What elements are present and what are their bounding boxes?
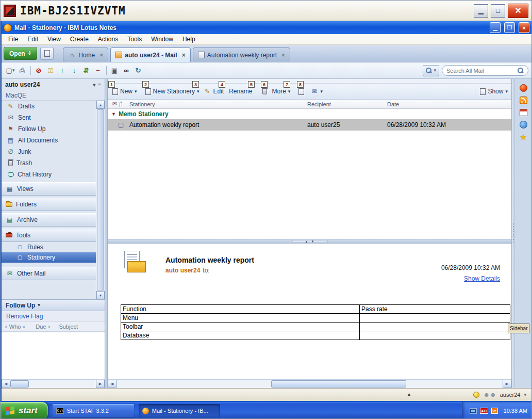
menu-tools[interactable]: Tools xyxy=(123,35,146,44)
scroll-up-icon[interactable]: ▲ xyxy=(96,101,105,109)
remove-icon[interactable]: − xyxy=(92,65,104,76)
nav-section-other-mail[interactable]: ✉Other Mail xyxy=(2,267,96,280)
navigator-menu-icon[interactable]: ≡ xyxy=(98,82,101,88)
more-button[interactable]: More▾ xyxy=(271,86,292,96)
scrollbar-track[interactable] xyxy=(117,380,503,388)
nav-section-tools[interactable]: Tools xyxy=(2,229,96,242)
category-twisty-icon[interactable]: ▼ xyxy=(111,111,116,117)
delete-button[interactable] xyxy=(259,87,269,96)
show-details-link[interactable]: Show Details xyxy=(464,275,500,282)
navigator-hscrollbar[interactable]: ◀ ▶ xyxy=(2,379,105,388)
status-chevron-icon[interactable]: ▾ xyxy=(524,393,526,397)
outer-close-button[interactable]: × xyxy=(508,4,528,18)
scrollbar-track[interactable] xyxy=(10,380,96,388)
category-row[interactable]: ▼ Memo Stationery xyxy=(108,109,511,119)
taskbar-task-staf[interactable]: C:\ Start STAF 3.3.2 xyxy=(53,404,134,417)
nav-item-follow-up[interactable]: ⚑Follow Up xyxy=(2,123,96,135)
open-button[interactable]: Open ⇩ xyxy=(4,47,37,60)
scroll-right-icon[interactable]: ▶ xyxy=(96,380,105,388)
bookmark-panel-button[interactable] xyxy=(40,47,54,60)
scroll-left-icon[interactable]: ◀ xyxy=(2,380,10,388)
outer-minimize-button[interactable]: ▁ xyxy=(474,4,488,18)
web-widgets-icon[interactable] xyxy=(520,121,527,128)
replicate-icon[interactable]: ⇵ xyxy=(80,65,92,76)
tab-mail[interactable]: auto user24 - Mail × xyxy=(110,47,190,62)
new-stationery-button[interactable]: New Stationery▾ xyxy=(144,86,201,96)
sidebar-splitter[interactable] xyxy=(511,79,515,388)
new-document-icon[interactable]: ▢▾ xyxy=(5,65,16,76)
menu-actions[interactable]: Actions xyxy=(93,35,123,44)
forward-tool-button[interactable]: ✉▾ xyxy=(309,87,324,96)
status-expand-icon[interactable]: ▲ xyxy=(407,392,411,397)
show-button[interactable]: Show▾ xyxy=(478,86,509,96)
nav-item-sent[interactable]: ✉Sent xyxy=(2,112,96,123)
menu-view[interactable]: View xyxy=(43,35,65,44)
app-restore-button[interactable]: ❐ xyxy=(504,22,515,33)
copy-icon[interactable]: ▣ xyxy=(109,65,120,76)
nav-item-rules[interactable]: ▢Rules xyxy=(2,242,96,252)
nav-section-folders[interactable]: Folders xyxy=(2,198,96,211)
column-recipient[interactable]: Recipient xyxy=(307,101,387,107)
attachment-column-icon[interactable] xyxy=(120,102,122,107)
find-icon[interactable]: ∞ xyxy=(121,65,132,76)
nav-section-views[interactable]: ▦Views xyxy=(2,182,96,196)
column-due[interactable]: Due xyxy=(36,324,46,330)
rename-button[interactable]: Rename xyxy=(227,86,254,96)
tab-home[interactable]: ⌂ Home × xyxy=(63,47,108,62)
new-button[interactable]: New▾ xyxy=(111,86,139,96)
remove-flag-button[interactable]: Remove Flag xyxy=(2,311,105,322)
app-close-button[interactable]: × xyxy=(519,22,529,33)
menu-file[interactable]: File xyxy=(4,35,23,44)
preview-splitter[interactable]: ▲▼ xyxy=(108,239,511,244)
tab-mail-close-icon[interactable]: × xyxy=(182,52,186,59)
nav-item-stationery[interactable]: ▢Stationery xyxy=(2,252,96,263)
menu-edit[interactable]: Edit xyxy=(23,35,43,44)
status-availability-icon[interactable] xyxy=(473,392,479,398)
display-tray-icon[interactable] xyxy=(470,408,477,414)
column-stationery[interactable]: Stationery xyxy=(129,101,307,107)
nav-item-drafts[interactable]: ✎Drafts xyxy=(2,101,96,112)
scroll-down-icon[interactable]: ▼ xyxy=(96,291,105,299)
scroll-left-icon[interactable]: ◀ xyxy=(108,380,117,388)
tab-report[interactable]: Automation weekly report × xyxy=(193,47,290,62)
search-scope-button[interactable]: ▾ xyxy=(423,65,439,76)
scrollbar-thumb[interactable] xyxy=(97,109,104,291)
security-keys-icon[interactable]: ⚿ xyxy=(45,65,56,76)
main-hscrollbar[interactable]: ◀ ▶ xyxy=(108,379,511,388)
sametime-status-icon[interactable] xyxy=(520,84,527,92)
taskbar-task-notes[interactable]: Mail - Stationery - IB... xyxy=(139,404,220,417)
stationery-row[interactable]: ▢ Automation weekly report auto user25 0… xyxy=(108,119,511,131)
menu-help[interactable]: Help xyxy=(178,35,200,44)
column-date[interactable]: Date xyxy=(387,101,399,107)
column-who[interactable]: Who xyxy=(9,324,21,330)
follow-up-panel-header[interactable]: Follow Up ▾ xyxy=(2,299,105,311)
ati-tray-icon[interactable]: ATI xyxy=(480,408,488,414)
antivirus-tray-icon[interactable]: V! xyxy=(491,408,498,414)
menu-window[interactable]: Window xyxy=(146,35,178,44)
feeds-icon[interactable] xyxy=(520,96,527,104)
column-subject[interactable]: Subject xyxy=(59,324,78,330)
stamp-tool-button[interactable] xyxy=(297,87,306,96)
envelope-column-icon[interactable]: ✉ xyxy=(112,101,117,107)
calendar-icon[interactable] xyxy=(520,109,527,116)
search-input[interactable] xyxy=(446,68,515,74)
splitter-grip[interactable]: ▲▼ xyxy=(292,240,328,243)
scroll-right-icon[interactable]: ▶ xyxy=(503,380,511,388)
app-minimize-button[interactable]: ▁ xyxy=(490,22,501,33)
nav-item-all-documents[interactable]: ▤All Documents xyxy=(2,135,96,146)
navigator-scrollbar[interactable]: ▲ ▼ xyxy=(96,101,105,299)
scrollbar-thumb[interactable] xyxy=(271,380,406,388)
nav-item-chat-history[interactable]: Chat History xyxy=(2,169,96,180)
navigator-collapse-icon[interactable]: ▾ xyxy=(93,82,95,88)
menu-create[interactable]: Create xyxy=(65,35,93,44)
print-icon[interactable]: ⎙ xyxy=(16,65,28,76)
edit-button[interactable]: ✎Edit xyxy=(202,86,225,96)
receive-icon[interactable]: ↓ xyxy=(69,65,80,76)
stop-icon[interactable]: ⊘ xyxy=(33,65,44,76)
outer-maximize-button[interactable]: □ xyxy=(491,4,505,18)
send-icon[interactable]: ↑ xyxy=(57,65,68,76)
nav-item-junk[interactable]: ∅Junk xyxy=(2,146,96,157)
refresh-icon[interactable]: ↻ xyxy=(132,65,144,76)
search-icon[interactable] xyxy=(518,68,524,74)
start-button[interactable]: start xyxy=(1,402,48,419)
